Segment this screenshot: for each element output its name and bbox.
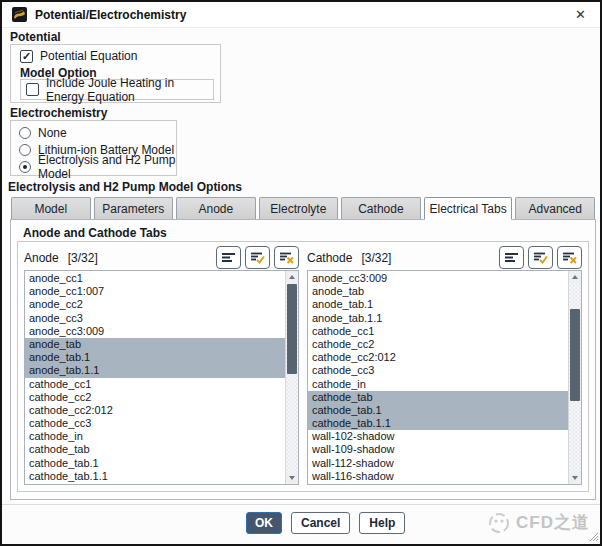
cathode-list-item[interactable]: cathode_cc1 bbox=[308, 325, 568, 338]
help-button[interactable]: Help bbox=[359, 512, 405, 534]
scroll-up-icon[interactable] bbox=[569, 271, 581, 283]
model-options-tabwidget: ModelParametersAnodeElectrolyteCathodeEl… bbox=[10, 197, 596, 500]
potential-equation-row[interactable]: ✓ Potential Equation bbox=[20, 49, 137, 63]
watermark: CFD之道 bbox=[488, 511, 590, 534]
anode-list-item[interactable]: anode_tab.1.1 bbox=[25, 364, 285, 377]
cathode-list-item[interactable]: anode_tab.1 bbox=[308, 298, 568, 311]
anode-deselect-button[interactable] bbox=[274, 246, 299, 269]
anode-panel: Anode [3/32] bbox=[24, 245, 299, 485]
electrochemistry-groupbox: NoneLithium-ion Battery ModelElectrolysi… bbox=[10, 120, 177, 176]
tab[interactable]: Advanced bbox=[515, 197, 595, 219]
anode-list-item[interactable]: wall-102-shadow bbox=[25, 483, 285, 484]
joule-heating-checkbox[interactable] bbox=[26, 83, 39, 96]
cathode-list-buttons bbox=[499, 246, 582, 269]
cathode-list-item[interactable]: anode_tab.1.1 bbox=[308, 312, 568, 325]
cathode-select-shown-button[interactable] bbox=[528, 246, 553, 269]
anode-list-item[interactable]: anode_cc3:009 bbox=[25, 325, 285, 338]
anode-list-item[interactable]: cathode_in bbox=[25, 430, 285, 443]
anode-list-item[interactable]: cathode_cc2 bbox=[25, 391, 285, 404]
anode-select-shown-button[interactable] bbox=[245, 246, 270, 269]
anode-list-item[interactable]: anode_cc2 bbox=[25, 298, 285, 311]
scroll-up-icon[interactable] bbox=[286, 271, 298, 283]
window-title: Potential/Electrochemistry bbox=[35, 8, 186, 22]
cathode-scrollbar[interactable] bbox=[568, 271, 581, 484]
anode-list-item[interactable]: anode_tab.1 bbox=[25, 351, 285, 364]
anode-list: anode_cc1anode_cc1:007anode_cc2anode_cc3… bbox=[25, 272, 285, 484]
cathode-list-item[interactable]: anode_cc3:009 bbox=[308, 272, 568, 285]
cathode-list: anode_cc3:009anode_tabanode_tab.1anode_t… bbox=[308, 272, 568, 484]
ok-button[interactable]: OK bbox=[246, 512, 282, 534]
anode-panel-header: Anode [3/32] bbox=[24, 245, 299, 270]
watermark-logo bbox=[488, 512, 510, 534]
cathode-list-item[interactable]: anode_tab bbox=[308, 285, 568, 298]
cathode-listbox: anode_cc3:009anode_tabanode_tab.1anode_t… bbox=[307, 270, 582, 485]
cathode-list-item[interactable]: wall-116-shadow bbox=[308, 470, 568, 483]
anode-list-item[interactable]: cathode_tab.1 bbox=[25, 457, 285, 470]
radio-icon bbox=[19, 127, 31, 139]
model-options-heading: Electrolysis and H2 Pump Model Options bbox=[8, 180, 242, 194]
cathode-list-item[interactable]: wall-120-shadow bbox=[308, 483, 568, 484]
potential-heading: Potential bbox=[10, 30, 61, 44]
cathode-selection-count: [3/32] bbox=[361, 251, 391, 265]
anode-list-item[interactable]: cathode_tab.1.1 bbox=[25, 470, 285, 483]
potential-electrochemistry-dialog: Potential/Electrochemistry ✕ Potential ✓… bbox=[0, 0, 602, 546]
anode-list-item[interactable]: cathode_cc3 bbox=[25, 417, 285, 430]
select-all-lines-icon bbox=[505, 252, 518, 263]
tab[interactable]: Electrical Tabs bbox=[424, 197, 513, 220]
cathode-list-item[interactable]: cathode_tab bbox=[308, 391, 568, 404]
tab[interactable]: Anode bbox=[176, 197, 256, 219]
anode-list-item[interactable]: anode_cc1:007 bbox=[25, 285, 285, 298]
cathode-scrollbar-thumb[interactable] bbox=[570, 309, 580, 401]
anode-list-buttons bbox=[216, 246, 299, 269]
cathode-list-item[interactable]: cathode_cc3 bbox=[308, 364, 568, 377]
anode-cathode-tabs-heading: Anode and Cathode Tabs bbox=[23, 226, 167, 240]
tab[interactable]: Parameters bbox=[94, 197, 174, 219]
cathode-list-item[interactable]: cathode_in bbox=[308, 378, 568, 391]
cathode-deselect-button[interactable] bbox=[557, 246, 582, 269]
anode-list-item[interactable]: cathode_cc2:012 bbox=[25, 404, 285, 417]
cathode-list-item[interactable]: wall-112-shadow bbox=[308, 457, 568, 470]
anode-selection-count: [3/32] bbox=[68, 251, 98, 265]
resize-grip[interactable] bbox=[588, 531, 599, 542]
electrochemistry-radio-option[interactable]: None bbox=[19, 124, 176, 141]
tab[interactable]: Electrolyte bbox=[259, 197, 339, 219]
tab[interactable]: Model bbox=[11, 197, 91, 219]
potential-equation-label: Potential Equation bbox=[40, 49, 137, 63]
anode-list-item[interactable]: cathode_tab bbox=[25, 443, 285, 456]
anode-list-item[interactable]: anode_cc3 bbox=[25, 312, 285, 325]
joule-heating-row[interactable]: Include Joule Heating in Energy Equation bbox=[26, 76, 213, 104]
scroll-down-icon[interactable] bbox=[569, 472, 581, 484]
title-bar: Potential/Electrochemistry ✕ bbox=[2, 2, 600, 28]
cathode-list-item[interactable]: cathode_cc2:012 bbox=[308, 351, 568, 364]
cathode-list-item[interactable]: wall-109-shadow bbox=[308, 443, 568, 456]
cathode-list-item[interactable]: cathode_tab.1 bbox=[308, 404, 568, 417]
anode-list-item[interactable]: anode_tab bbox=[25, 338, 285, 351]
radio-label: Electrolysis and H2 Pump Model bbox=[38, 153, 176, 181]
cathode-select-all-button[interactable] bbox=[499, 246, 524, 269]
cathode-list-item[interactable]: cathode_tab.1.1 bbox=[308, 417, 568, 430]
anode-select-all-button[interactable] bbox=[216, 246, 241, 269]
anode-list-label: Anode bbox=[24, 251, 59, 265]
deselect-x-icon bbox=[280, 252, 294, 264]
fluent-app-icon bbox=[12, 7, 27, 22]
anode-list-item[interactable]: cathode_cc1 bbox=[25, 378, 285, 391]
electrochemistry-radio-option[interactable]: Electrolysis and H2 Pump Model bbox=[19, 158, 176, 175]
close-icon[interactable]: ✕ bbox=[571, 6, 590, 23]
tab-bar: ModelParametersAnodeElectrolyteCathodeEl… bbox=[10, 197, 596, 219]
joule-groupbox: Include Joule Heating in Energy Equation bbox=[20, 79, 214, 100]
cathode-list-item[interactable]: cathode_cc2 bbox=[308, 338, 568, 351]
cancel-button[interactable]: Cancel bbox=[291, 512, 350, 534]
joule-heating-label: Include Joule Heating in Energy Equation bbox=[46, 76, 213, 104]
radio-icon bbox=[19, 161, 31, 173]
potential-equation-checkbox[interactable]: ✓ bbox=[20, 50, 33, 63]
anode-listbox: anode_cc1anode_cc1:007anode_cc2anode_cc3… bbox=[24, 270, 299, 485]
anode-list-item[interactable]: anode_cc1 bbox=[25, 272, 285, 285]
deselect-x-icon bbox=[563, 252, 577, 264]
tab[interactable]: Cathode bbox=[341, 197, 421, 219]
anode-scrollbar-thumb[interactable] bbox=[287, 284, 297, 374]
anode-scrollbar[interactable] bbox=[285, 271, 298, 484]
cathode-list-item[interactable]: wall-102-shadow bbox=[308, 430, 568, 443]
select-shown-check-icon bbox=[251, 252, 265, 264]
scroll-down-icon[interactable] bbox=[286, 472, 298, 484]
select-all-lines-icon bbox=[222, 252, 235, 263]
